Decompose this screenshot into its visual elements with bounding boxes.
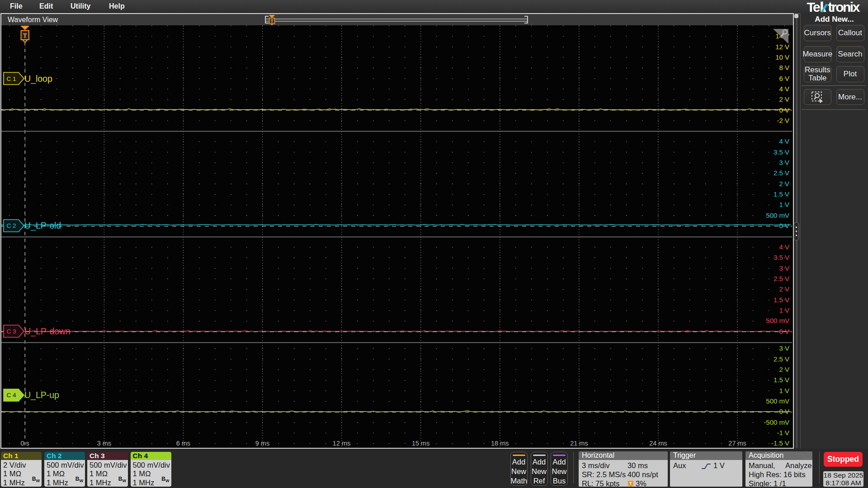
svg-text:27 ms: 27 ms: [728, 440, 746, 447]
svg-text:C 2: C 2: [6, 222, 16, 229]
svg-text:C 3: C 3: [6, 328, 16, 335]
svg-text:0 V: 0 V: [779, 106, 789, 114]
svg-text:3 ms: 3 ms: [97, 440, 111, 447]
svg-text:3.5 V: 3.5 V: [774, 253, 789, 261]
svg-text:6 ms: 6 ms: [176, 440, 190, 447]
svg-text:10 V: 10 V: [775, 53, 789, 61]
svg-text:3.5 V: 3.5 V: [774, 148, 789, 156]
svg-text:1.5 V: 1.5 V: [774, 296, 789, 304]
svg-text:-500 mV: -500 mV: [764, 418, 789, 426]
svg-text:2 V: 2 V: [779, 285, 789, 293]
svg-text:2 V: 2 V: [779, 180, 789, 188]
svg-text:0 V: 0 V: [779, 328, 789, 335]
svg-text:1.5 V: 1.5 V: [774, 190, 789, 198]
svg-text:500 mV: 500 mV: [766, 211, 789, 219]
svg-text:8 V: 8 V: [779, 64, 789, 71]
svg-text:0 V: 0 V: [779, 408, 789, 415]
svg-text:1.5 V: 1.5 V: [774, 376, 789, 384]
svg-text:12 V: 12 V: [775, 43, 789, 51]
svg-text:4 V: 4 V: [779, 137, 789, 145]
svg-text:2 V: 2 V: [779, 95, 789, 103]
svg-text:tronix: tronix: [828, 0, 860, 14]
svg-text:1 V: 1 V: [779, 306, 789, 314]
svg-text:15 ms: 15 ms: [412, 440, 430, 447]
svg-text:3 V: 3 V: [779, 344, 789, 352]
svg-text:U_LP-old: U_LP-old: [24, 221, 61, 231]
svg-text:2 V: 2 V: [779, 366, 789, 373]
svg-text:500 mV: 500 mV: [766, 317, 789, 324]
svg-text:-2 V: -2 V: [777, 117, 789, 124]
svg-text:C 4: C 4: [6, 392, 16, 399]
svg-text:Te: Te: [807, 0, 821, 14]
svg-text:0 s: 0 s: [21, 440, 29, 447]
svg-text:U_LP-down: U_LP-down: [24, 326, 71, 337]
svg-text:2.5 V: 2.5 V: [774, 275, 789, 282]
svg-text:4 V: 4 V: [779, 85, 789, 93]
svg-text:2.5 V: 2.5 V: [774, 355, 789, 363]
svg-text:6 V: 6 V: [779, 75, 789, 82]
svg-text:18 ms: 18 ms: [491, 440, 509, 447]
svg-text:U_LP-up: U_LP-up: [24, 390, 59, 400]
svg-text:4 V: 4 V: [779, 243, 789, 251]
svg-text:1 V: 1 V: [779, 387, 789, 394]
svg-text:0 V: 0 V: [779, 222, 789, 230]
svg-text:T: T: [270, 19, 274, 24]
svg-text:T: T: [629, 481, 632, 486]
svg-text:-1 V: -1 V: [777, 429, 789, 436]
svg-text:9 ms: 9 ms: [255, 440, 269, 447]
svg-text:3 V: 3 V: [779, 159, 789, 166]
svg-text:2.5 V: 2.5 V: [774, 169, 789, 177]
svg-text:3 V: 3 V: [779, 264, 789, 272]
svg-text:-1.5 V: -1.5 V: [771, 439, 789, 447]
svg-text:24 ms: 24 ms: [649, 440, 667, 447]
svg-text:C 1: C 1: [6, 75, 16, 82]
svg-text:12 ms: 12 ms: [333, 440, 351, 447]
svg-text:1 V: 1 V: [779, 201, 789, 208]
svg-text:T: T: [23, 32, 27, 39]
svg-text:U_loop: U_loop: [24, 74, 52, 84]
svg-text:21 ms: 21 ms: [570, 440, 588, 447]
svg-text:500 mV: 500 mV: [766, 397, 789, 405]
